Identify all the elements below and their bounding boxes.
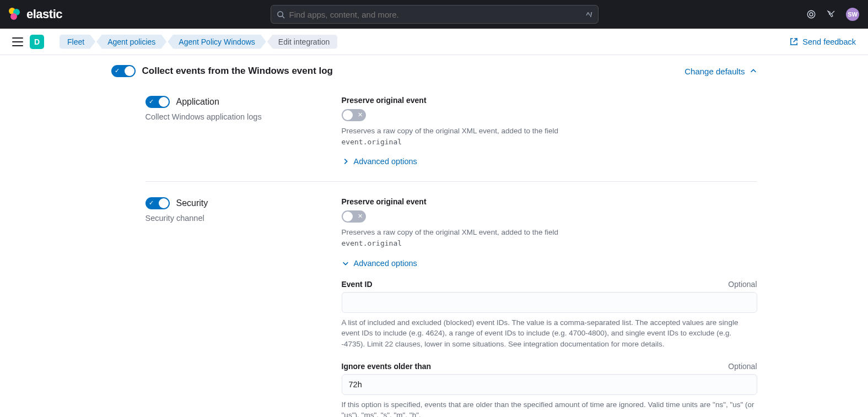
application-title: Application [176,97,219,107]
breadcrumb: Fleet Agent policies Agent Policy Window… [60,35,337,49]
change-defaults-label: Change defaults [684,67,745,76]
channel-application: ✓ Application Collect Windows applicatio… [145,96,757,181]
chevron-down-icon [342,259,349,267]
newsfeed-icon[interactable] [826,9,836,19]
application-preserve-help: Preserves a raw copy of the original XML… [342,126,757,147]
help-icon[interactable] [806,9,816,19]
ignore-older-label: Ignore events older than [342,362,432,371]
breadcrumb-agent-policies[interactable]: Agent policies [96,35,166,49]
search-shortcut-hint: ^/ [586,10,592,19]
chevron-up-icon [750,67,757,75]
breadcrumb-agent-policy-windows[interactable]: Agent Policy Windows [168,35,266,49]
global-search[interactable]: ^/ [271,5,599,24]
menu-toggle-icon[interactable] [12,37,23,46]
breadcrumb-edit-integration: Edit integration [267,35,337,49]
event-id-help: A list of included and excluded (blocked… [342,317,757,350]
sub-bar: D Fleet Agent policies Agent Policy Wind… [0,29,868,55]
search-icon [277,10,285,19]
section-header: ✓ Collect events from the Windows event … [111,65,757,77]
space-selector[interactable]: D [30,35,44,49]
main-content: ✓ Collect events from the Windows event … [111,55,757,417]
channel-security: ✓ Security Security channel Preserve ori… [145,181,757,417]
logo[interactable]: elastic [9,7,62,21]
brand-name: elastic [26,7,62,21]
chevron-right-icon [342,158,349,165]
security-preserve-help: Preserves a raw copy of the original XML… [342,227,757,248]
security-toggle[interactable]: ✓ [145,197,170,209]
ignore-older-input[interactable] [342,374,757,395]
event-id-optional: Optional [728,280,757,289]
application-advanced-toggle[interactable]: Advanced options [342,157,757,166]
svg-point-3 [810,13,813,16]
application-desc: Collect Windows application logs [145,112,331,121]
search-input[interactable] [289,10,582,19]
svg-point-0 [277,11,282,16]
elastic-logo-icon [9,8,22,21]
application-preserve-toggle[interactable]: ✕ [342,109,366,121]
send-feedback-label: Send feedback [802,37,856,46]
event-id-input[interactable] [342,292,757,313]
security-title: Security [176,198,208,208]
security-advanced-label: Advanced options [354,259,417,268]
application-advanced-label: Advanced options [354,157,417,166]
svg-line-1 [282,16,284,18]
breadcrumb-fleet[interactable]: Fleet [60,35,95,49]
application-toggle[interactable]: ✓ [145,96,170,108]
application-preserve-label: Preserve original event [342,96,757,105]
security-advanced-toggle[interactable]: Advanced options [342,259,757,268]
top-bar: elastic ^/ SW [0,0,868,29]
external-link-icon [790,37,798,46]
security-preserve-label: Preserve original event [342,197,757,206]
ignore-older-optional: Optional [728,362,757,371]
avatar[interactable]: SW [846,8,859,21]
ignore-older-help: If this option is specified, events that… [342,399,757,418]
security-preserve-toggle[interactable]: ✕ [342,210,366,223]
send-feedback-link[interactable]: Send feedback [790,37,856,46]
svg-point-2 [807,10,815,18]
change-defaults-button[interactable]: Change defaults [684,67,757,76]
event-id-label: Event ID [342,280,373,289]
security-desc: Security channel [145,214,331,223]
section-title: Collect events from the Windows event lo… [142,66,333,77]
collect-events-toggle[interactable]: ✓ [111,65,136,77]
